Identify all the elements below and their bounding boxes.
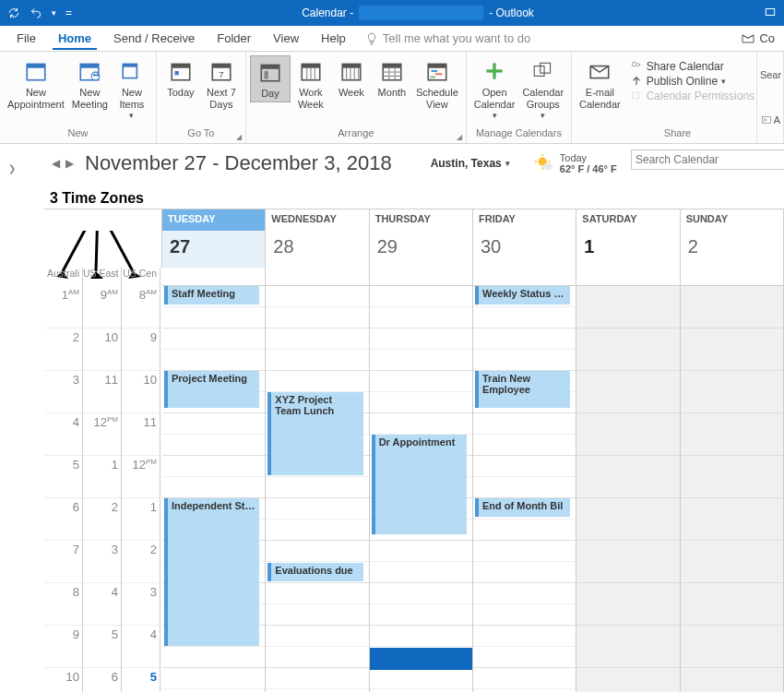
time-cell: 2 <box>122 541 160 583</box>
title-bar: ▾ = Calendar - - Outlook <box>0 0 784 26</box>
month-view-button[interactable]: Month <box>372 55 412 101</box>
search-calendar-box[interactable] <box>631 149 784 170</box>
time-cell: 3 <box>83 541 121 583</box>
time-cell: 9 <box>122 329 160 371</box>
search-calendar-input[interactable] <box>631 149 784 170</box>
tab-home[interactable]: Home <box>47 28 102 49</box>
svg-rect-2 <box>27 64 45 67</box>
event-xyz-lunch[interactable]: XYZ Project Team Lunch <box>267 392 362 475</box>
time-cell: 6 <box>83 668 121 693</box>
day-col-sat[interactable] <box>576 286 680 692</box>
lightbulb-icon <box>364 31 379 46</box>
calendar-permissions-link: Calendar Permissions <box>626 89 758 103</box>
svg-rect-18 <box>264 71 267 79</box>
day-header-thu[interactable]: THURSDAY <box>370 209 473 231</box>
time-cell: 9 <box>44 626 82 668</box>
new-appointment-button[interactable]: New Appointment <box>4 55 68 113</box>
time-cell: 4 <box>83 583 121 626</box>
tab-file[interactable]: File <box>6 28 47 49</box>
window-mode-icon[interactable] <box>764 6 777 18</box>
svg-point-46 <box>632 62 636 66</box>
day-view-button[interactable]: Day <box>250 55 291 102</box>
day-col-wed[interactable]: XYZ Project Team LunchEvaluations due <box>266 286 369 692</box>
schedule-view-button[interactable]: Schedule View <box>412 55 462 113</box>
undo-icon[interactable] <box>30 6 42 19</box>
share-calendar-link[interactable]: Share Calendar <box>626 59 758 74</box>
tell-me-search[interactable]: Tell me what you want to do <box>379 31 742 45</box>
date-1[interactable]: 1 <box>576 231 680 268</box>
day-col-thu[interactable]: Dr Appointment <box>370 286 473 692</box>
today-button[interactable]: Today <box>160 55 201 101</box>
event-weekly-status[interactable]: Weekly Status Du <box>475 286 570 305</box>
tz-label-2: US East <box>83 268 122 286</box>
day-header-sat[interactable]: SATURDAY <box>576 209 680 231</box>
next-7-days-button[interactable]: 7Next 7 Days <box>201 55 242 113</box>
new-items-button[interactable]: New Items▾ <box>112 55 152 123</box>
work-week-button[interactable]: Work Week <box>291 55 331 113</box>
address-book-label[interactable]: A <box>774 114 780 125</box>
time-cell: 11 <box>83 371 121 413</box>
time-cell: 5 <box>122 668 160 693</box>
busy-block-thu[interactable] <box>370 648 472 670</box>
qat-dropdown-icon[interactable]: ▾ <box>52 8 56 18</box>
search-truncated-label[interactable]: Sear <box>760 69 781 80</box>
sun-icon <box>534 153 554 173</box>
calendar-groups-button[interactable]: Calendar Groups▾ <box>518 55 567 123</box>
ribbon-tabs: File Home Send / Receive Folder View Hel… <box>0 26 784 52</box>
group-label-arrange: Arrange <box>246 126 466 143</box>
svg-point-55 <box>542 163 552 170</box>
dialog-launcher-arrange[interactable]: ◢ <box>457 133 462 141</box>
next-period-button[interactable]: ▶ <box>65 157 74 170</box>
day-col-tue[interactable]: Staff MeetingProject MeetingIndependent … <box>162 286 266 692</box>
day-header-fri[interactable]: FRIDAY <box>473 209 576 231</box>
tz-label-1: Australi <box>44 268 83 286</box>
email-calendar-button[interactable]: E-mail Calendar <box>576 55 624 113</box>
contact-card-icon <box>761 114 772 125</box>
week-view-button[interactable]: Week <box>331 55 372 101</box>
svg-rect-40 <box>430 76 434 78</box>
day-header-tue[interactable]: TUESDAY <box>162 209 266 231</box>
dialog-launcher-goto[interactable]: ◢ <box>236 133 242 141</box>
window-title-suffix: - Outlook <box>489 6 534 19</box>
coming-soon-label[interactable]: Co <box>759 31 775 45</box>
event-project-meeting[interactable]: Project Meeting <box>164 371 259 408</box>
time-cell: 9AM <box>83 286 121 329</box>
event-evaluations[interactable]: Evaluations due <box>267 563 362 581</box>
time-cell: 10 <box>44 668 82 693</box>
date-2[interactable]: 2 <box>681 231 784 268</box>
event-dr-appointment[interactable]: Dr Appointment <box>372 435 467 534</box>
event-independent-study[interactable]: Independent Study <box>164 498 259 646</box>
tab-help[interactable]: Help <box>310 28 357 49</box>
day-header-wed[interactable]: WEDNESDAY <box>266 209 369 231</box>
svg-rect-17 <box>261 65 279 68</box>
window-title-prefix: Calendar - <box>302 6 353 19</box>
event-staff-meeting[interactable]: Staff Meeting <box>164 286 259 305</box>
weather-location-picker[interactable]: Austin, Texas▾ <box>431 157 510 170</box>
tz-label-3: US Cen <box>122 268 160 286</box>
svg-rect-38 <box>431 70 437 72</box>
date-28[interactable]: 28 <box>266 231 369 268</box>
tab-view[interactable]: View <box>262 28 310 49</box>
event-end-of-month[interactable]: End of Month Bil <box>475 498 570 517</box>
refresh-icon[interactable] <box>7 6 20 19</box>
tab-folder[interactable]: Folder <box>206 28 262 49</box>
date-30[interactable]: 30 <box>473 231 576 268</box>
weather-widget: Today 62° F / 46° F <box>534 152 617 174</box>
svg-text:7: 7 <box>219 69 223 79</box>
time-cell: 1 <box>83 456 121 498</box>
tab-send-receive[interactable]: Send / Receive <box>102 28 206 49</box>
day-col-fri[interactable]: Weekly Status DuTrain New EmployeeEnd of… <box>473 286 576 692</box>
publish-online-link[interactable]: Publish Online▾ <box>626 74 758 89</box>
prev-period-button[interactable]: ◀ <box>52 157 60 170</box>
new-meeting-button[interactable]: New Meeting <box>68 55 112 113</box>
open-calendar-button[interactable]: Open Calendar▾ <box>470 55 519 123</box>
event-train-employee[interactable]: Train New Employee <box>475 371 570 408</box>
date-29[interactable]: 29 <box>370 231 473 268</box>
day-header-sun[interactable]: SUNDAY <box>681 209 784 231</box>
date-27[interactable]: 27 <box>162 231 266 268</box>
svg-rect-20 <box>302 64 320 67</box>
day-col-sun[interactable] <box>681 286 784 692</box>
group-label-share: Share <box>572 126 783 143</box>
ribbon: New Appointment New Meeting New Items▾ N… <box>0 52 784 144</box>
svg-rect-31 <box>383 64 401 67</box>
